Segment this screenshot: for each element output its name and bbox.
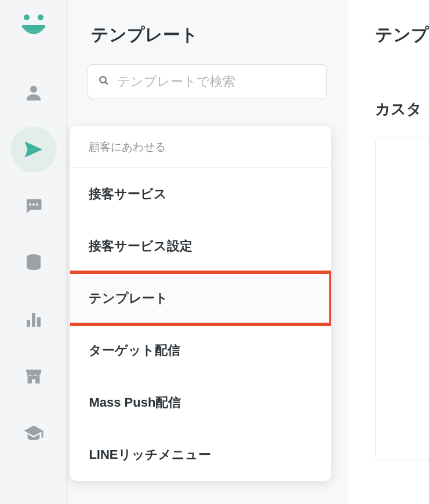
flyout-item-service-settings[interactable]: 接客サービス設定: [70, 220, 331, 272]
svg-line-11: [106, 82, 108, 85]
svg-point-5: [36, 203, 38, 206]
search-icon: [99, 75, 109, 88]
flyout-header: 顧客にあわせる: [70, 126, 331, 168]
svg-point-10: [100, 76, 107, 83]
nav-database[interactable]: [10, 240, 57, 286]
right-card: [375, 137, 429, 461]
svg-point-4: [32, 203, 35, 206]
flyout-menu: 顧客にあわせる 接客サービス 接客サービス設定 テンプレート ターゲット配信 M…: [70, 126, 331, 481]
right-subtitle: カスタ: [375, 99, 429, 119]
nav-send[interactable]: [10, 126, 57, 173]
nav-chat[interactable]: [10, 183, 57, 229]
nav-store[interactable]: [10, 353, 57, 400]
nav-graduation[interactable]: [10, 410, 57, 456]
sidebar-rail: [0, 0, 68, 504]
right-panel: テンプ カスタ: [347, 0, 429, 504]
logo-icon: [19, 14, 48, 38]
svg-point-2: [30, 86, 37, 93]
flyout-item-service[interactable]: 接客サービス: [70, 168, 331, 220]
svg-point-0: [24, 14, 30, 20]
search-input[interactable]: [117, 74, 316, 89]
panel-title: テンプレート: [68, 0, 347, 47]
svg-rect-7: [27, 320, 30, 327]
svg-point-1: [38, 14, 43, 20]
svg-point-3: [29, 203, 31, 206]
flyout-item-template[interactable]: テンプレート: [70, 272, 331, 324]
search-box[interactable]: [88, 64, 327, 99]
svg-rect-8: [32, 313, 35, 327]
flyout-item-line-richmenu[interactable]: LINEリッチメニュー: [70, 429, 331, 481]
flyout-item-target[interactable]: ターゲット配信: [70, 324, 331, 377]
nav-person[interactable]: [10, 70, 57, 116]
flyout-item-masspush[interactable]: Mass Push配信: [70, 377, 331, 429]
middle-panel: テンプレート 顧客にあわせる 接客サービス 接客サービス設定 テンプレート ター…: [68, 0, 347, 504]
nav-chart[interactable]: [10, 297, 57, 343]
svg-rect-9: [37, 317, 41, 327]
right-title: テンプ: [375, 23, 429, 47]
